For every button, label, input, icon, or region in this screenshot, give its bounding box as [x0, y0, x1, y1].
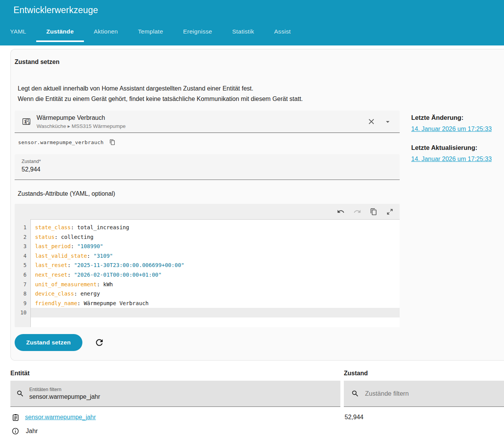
- search-icon: [16, 390, 24, 398]
- tab-ereignisse[interactable]: Ereignisse: [173, 20, 222, 43]
- line-number: 2: [15, 232, 27, 242]
- entity-row: sensor.warmepumpe_jahr: [10, 412, 340, 423]
- section-title: Zustand setzen: [15, 59, 400, 66]
- undo-icon[interactable]: [337, 208, 345, 215]
- yaml-value: "2026-02-01T00:00:00+01:00": [74, 272, 162, 278]
- entity-table: Entität Entitäten filtern sensor.warmepu…: [0, 370, 504, 435]
- yaml-separator: :: [55, 234, 61, 240]
- tab-assist[interactable]: Assist: [264, 20, 301, 43]
- entity-id-text: sensor.warmepumpe_verbrauch: [18, 139, 104, 145]
- yaml-line[interactable]: [31, 308, 400, 317]
- entity-filter-field[interactable]: Entitäten filtern sensor.warmepumpe_jahr: [10, 381, 340, 407]
- copy-yaml-icon[interactable]: [370, 208, 377, 215]
- actions-row: Zustand setzen: [15, 334, 400, 351]
- yaml-separator: :: [67, 262, 74, 268]
- state-input[interactable]: Zustand* 52,944: [15, 154, 400, 180]
- last-changed-label: Letzte Änderung:: [411, 114, 504, 121]
- yaml-separator: :: [87, 253, 94, 259]
- yaml-value: total_increasing: [77, 224, 129, 230]
- search-icon: [351, 390, 359, 398]
- description-line-1: Legt den aktuell innerhalb von Home Assi…: [18, 83, 400, 94]
- yaml-separator: :: [74, 291, 80, 297]
- yaml-key: next_reset: [35, 272, 67, 278]
- yaml-line[interactable]: status: collecting: [31, 232, 400, 242]
- redo-icon[interactable]: [353, 208, 361, 215]
- yaml-value: collecting: [61, 234, 93, 240]
- refresh-icon[interactable]: [94, 338, 104, 348]
- editor-body: 12345678910 state_class: total_increasin…: [15, 219, 400, 327]
- line-number: 1: [15, 223, 27, 232]
- svg-text:1: 1: [24, 119, 27, 124]
- entity-friendly-name: Jahr: [26, 428, 38, 435]
- app-header: Entwicklerwerkzeuge YAMLZuständeAktionen…: [0, 0, 504, 45]
- page-title: Entwicklerwerkzeuge: [0, 0, 504, 15]
- expand-icon[interactable]: [386, 208, 393, 215]
- yaml-value: kWh: [103, 281, 113, 287]
- clipboard-icon[interactable]: [12, 413, 20, 422]
- yaml-line[interactable]: next_reset: "2026-02-01T00:00:00+01:00": [31, 270, 400, 280]
- yaml-editor[interactable]: 12345678910 state_class: total_increasin…: [15, 204, 400, 327]
- tab-yaml[interactable]: YAML: [0, 20, 36, 43]
- picker-entity-name: Wärmepumpe Verbrauch: [37, 114, 126, 121]
- yaml-key: status: [35, 234, 55, 240]
- tab-statistik[interactable]: Statistik: [222, 20, 264, 43]
- yaml-key: last_reset: [35, 262, 67, 268]
- yaml-value: energy: [80, 291, 100, 297]
- yaml-key: friendly_name: [35, 300, 77, 306]
- yaml-separator: :: [77, 300, 84, 306]
- entity-row-state: 52,944: [345, 412, 504, 423]
- entity-meta: Letzte Änderung: 14. Januar 2026 um 17:2…: [411, 49, 504, 360]
- line-number: 3: [15, 242, 27, 251]
- set-state-card: Zustand setzen Legt den aktuell innerhal…: [10, 49, 504, 361]
- yaml-line[interactable]: friendly_name: Wärmepumpe Verbrauch: [31, 299, 400, 308]
- picker-text: Wärmepumpe Verbrauch Waschküche ▸ MSS315…: [37, 114, 126, 129]
- state-filter-placeholder: Zustände filtern: [365, 390, 409, 397]
- entity-picker[interactable]: 1 2 2 Wärmepumpe Verbrauch Waschküche ▸ …: [15, 111, 400, 133]
- yaml-line[interactable]: last_valid_state: "3109": [31, 251, 400, 261]
- set-state-button[interactable]: Zustand setzen: [15, 334, 82, 351]
- tab-template[interactable]: Template: [128, 20, 173, 43]
- line-number: 7: [15, 280, 27, 289]
- last-changed-link[interactable]: 14. Januar 2026 um 17:25:33: [411, 126, 504, 133]
- yaml-separator: :: [97, 281, 103, 287]
- info-icon[interactable]: [12, 427, 19, 435]
- state-filter-field[interactable]: Zustände filtern: [344, 381, 504, 407]
- entity-column: Entität Entitäten filtern sensor.warmepu…: [10, 370, 340, 435]
- line-number: 4: [15, 251, 27, 261]
- tab-aktionen[interactable]: Aktionen: [84, 20, 128, 43]
- yaml-line[interactable]: device_class: energy: [31, 289, 400, 299]
- description-line-2: Wenn die Entität zu einem Gerät gehört, …: [18, 94, 400, 104]
- yaml-separator: :: [71, 243, 77, 249]
- yaml-value: "108990": [77, 243, 103, 249]
- copy-entity-id-icon[interactable]: [109, 139, 116, 145]
- yaml-key: last_period: [35, 243, 71, 249]
- state-column: Zustand Zustände filtern 52,944: [344, 370, 504, 435]
- counter-icon: 1 2 2: [22, 117, 31, 126]
- editor-code[interactable]: state_class: total_increasingstatus: col…: [30, 219, 400, 327]
- yaml-line[interactable]: unit_of_measurement: kWh: [31, 280, 400, 289]
- tab-bar: YAMLZuständeAktionenTemplateEreignisseSt…: [0, 20, 504, 43]
- state-input-value: 52,944: [22, 166, 400, 173]
- entity-filter-text: Entitäten filtern sensor.warmepumpe_jahr: [29, 387, 100, 400]
- state-column-header: Zustand: [344, 370, 504, 379]
- chevron-down-icon[interactable]: [383, 118, 392, 126]
- tab-zustände[interactable]: Zustände: [36, 20, 84, 43]
- yaml-value: Wärmepumpe Verbrauch: [84, 300, 149, 306]
- yaml-key: last_valid_state: [35, 253, 87, 259]
- yaml-separator: :: [71, 224, 77, 230]
- attributes-label: Zustands-Attribute (YAML, optional): [18, 190, 400, 197]
- line-number: 10: [15, 308, 27, 317]
- entity-column-header: Entität: [10, 370, 340, 379]
- clear-icon[interactable]: [367, 117, 376, 126]
- yaml-line[interactable]: last_reset: "2025-11-30T23:00:00.006699+…: [31, 260, 400, 270]
- yaml-value: "3109": [94, 253, 113, 259]
- entity-filter-value: sensor.warmepumpe_jahr: [29, 393, 100, 400]
- yaml-line[interactable]: last_period: "108990": [31, 242, 400, 251]
- entity-row-link[interactable]: sensor.warmepumpe_jahr: [25, 414, 96, 421]
- last-updated-link[interactable]: 14. Januar 2026 um 17:25:33: [411, 156, 504, 163]
- set-state-main: Zustand setzen Legt den aktuell innerhal…: [11, 49, 400, 360]
- last-updated-label: Letzte Aktualisierung:: [411, 144, 504, 151]
- entity-filter-label: Entitäten filtern: [29, 387, 100, 392]
- yaml-line[interactable]: state_class: total_increasing: [31, 223, 400, 232]
- entity-name-row: Jahr: [10, 426, 340, 435]
